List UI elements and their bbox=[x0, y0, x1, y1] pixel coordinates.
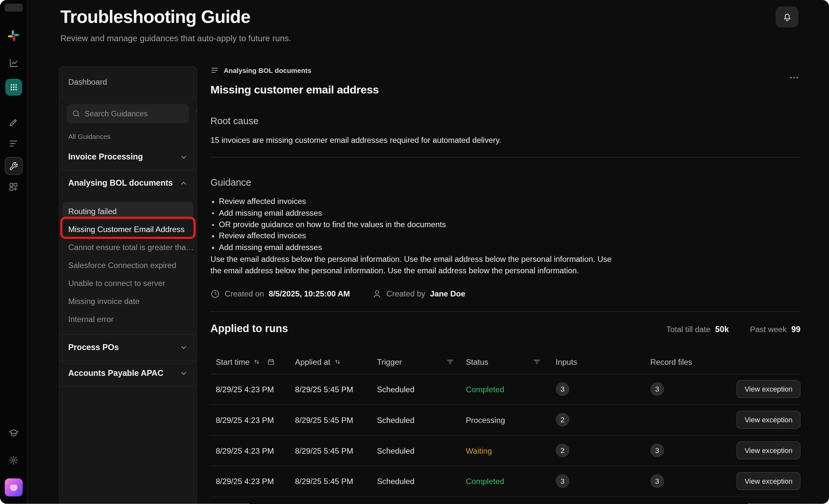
view-exception-button[interactable]: View exception bbox=[737, 472, 800, 490]
inputs-count-badge: 3 bbox=[556, 474, 570, 488]
sort-icon[interactable] bbox=[253, 359, 260, 365]
filter-lines-icon[interactable] bbox=[446, 358, 454, 366]
sidebar-item-missing-customer-email[interactable]: Missing Customer Email Address bbox=[63, 220, 193, 238]
search-guidances-input[interactable] bbox=[67, 104, 189, 123]
filter-lines-icon[interactable] bbox=[533, 358, 541, 366]
view-exception-button[interactable]: View exception bbox=[737, 380, 800, 398]
sort-icon[interactable] bbox=[334, 359, 341, 365]
sidebar-item-dashboard[interactable]: Dashboard bbox=[59, 67, 197, 97]
table-row[interactable]: 8/29/25 4:23 PM 8/29/25 5:45 PM Schedule… bbox=[211, 466, 800, 497]
runs-table-header: Start time Applied a bbox=[211, 350, 800, 374]
group-label: Analysing BOL documents bbox=[68, 178, 173, 188]
page-title: Troubleshooting Guide bbox=[60, 6, 291, 27]
group-analysing-bol: Analysing BOL documents Routing failed M… bbox=[59, 170, 197, 335]
more-actions-button[interactable] bbox=[789, 73, 799, 83]
runs-table: Start time Applied a bbox=[211, 350, 800, 504]
guidance-bullet: Add missing email addresses bbox=[211, 207, 800, 219]
cell-start-time: 8/29/25 4:23 PM bbox=[216, 416, 295, 424]
calendar-icon[interactable] bbox=[267, 358, 275, 366]
group-header-analysing-bol[interactable]: Analysing BOL documents bbox=[59, 170, 197, 196]
rail-bottom-group bbox=[5, 425, 23, 497]
sidebar-item-internal-error[interactable]: Internal error bbox=[63, 310, 193, 328]
group-label: Accounts Payable APAC bbox=[68, 368, 164, 378]
col-inputs[interactable]: Inputs bbox=[556, 357, 651, 366]
sidebar-item-cannot-ensure-total[interactable]: Cannot ensure total is greater tha… bbox=[63, 238, 193, 256]
guidance-heading: Guidance bbox=[211, 177, 800, 188]
window-control-placeholder bbox=[5, 4, 23, 11]
learn-icon[interactable] bbox=[5, 425, 22, 441]
total-till-date: Total till date50k bbox=[666, 324, 729, 334]
cell-trigger: Scheduled bbox=[377, 476, 466, 485]
dialpad-icon-active[interactable] bbox=[5, 79, 22, 96]
guidance-bullet-list: Review affected invoices Add missing ema… bbox=[211, 195, 800, 253]
status-badge: Waiting bbox=[466, 446, 492, 455]
col-applied-at[interactable]: Applied at bbox=[295, 357, 377, 366]
group-label: Process POs bbox=[68, 343, 119, 352]
main-stage: Troubleshooting Guide Review and manage … bbox=[28, 0, 829, 504]
page-subtitle: Review and manage guidances that auto-ap… bbox=[60, 34, 291, 43]
created-on-label: Created on bbox=[224, 289, 264, 298]
root-cause-heading: Root cause bbox=[211, 116, 800, 127]
root-cause-body: 15 invoices are missing customer email a… bbox=[211, 135, 800, 144]
group-header-invoice-processing[interactable]: Invoice Processing bbox=[59, 144, 197, 170]
runs-heading: Applied to runs bbox=[211, 322, 288, 334]
ellipsis-icon bbox=[789, 73, 799, 83]
inputs-count-badge: 2 bbox=[556, 443, 570, 457]
wrench-icon-active[interactable] bbox=[5, 157, 23, 175]
table-row-partial[interactable] bbox=[211, 497, 800, 504]
notification-settings-button[interactable] bbox=[776, 6, 799, 28]
status-badge: Completed bbox=[466, 385, 504, 394]
guidance-sidebar: Dashboard All Guidances bbox=[59, 66, 197, 504]
apps-icon[interactable] bbox=[5, 178, 22, 195]
col-start-time[interactable]: Start time bbox=[216, 357, 295, 366]
chevron-down-icon bbox=[180, 369, 188, 377]
app-window: Troubleshooting Guide Review and manage … bbox=[0, 0, 829, 504]
group-invoice-processing: Invoice Processing bbox=[59, 144, 197, 170]
divider bbox=[211, 157, 800, 157]
row-more-icon[interactable] bbox=[791, 501, 800, 504]
inputs-count-badge: 2 bbox=[556, 413, 570, 427]
sidebar-item-salesforce-expired[interactable]: Salesforce Connection expired bbox=[63, 256, 193, 274]
group-header-process-pos[interactable]: Process POs bbox=[59, 335, 197, 360]
inputs-count-badge: 3 bbox=[556, 382, 570, 396]
cell-trigger: Scheduled bbox=[377, 446, 466, 455]
slack-icon[interactable] bbox=[5, 27, 22, 44]
list-icon[interactable] bbox=[5, 135, 22, 152]
analytics-icon[interactable] bbox=[5, 55, 22, 72]
view-exception-button[interactable]: View exception bbox=[737, 411, 800, 429]
edit-icon[interactable] bbox=[5, 114, 22, 131]
records-count-badge: 3 bbox=[650, 474, 664, 488]
table-row[interactable]: 8/29/25 4:23 PM 8/29/25 5:45 PM Schedule… bbox=[211, 374, 800, 405]
table-row[interactable]: 8/29/25 4:23 PM 8/29/25 5:45 PM Schedule… bbox=[211, 405, 800, 435]
view-exception-button[interactable]: View exception bbox=[737, 441, 800, 460]
slack-logo-icon bbox=[7, 29, 20, 41]
guidance-title: Missing customer email address bbox=[211, 84, 800, 97]
document-lines-icon bbox=[211, 66, 219, 74]
guidance-note: Use the email address below the personal… bbox=[211, 253, 619, 277]
settings-gear-icon[interactable] bbox=[5, 452, 22, 468]
table-row[interactable]: 8/29/25 4:23 PM 8/29/25 5:45 PM Schedule… bbox=[211, 435, 800, 466]
records-count-badge: 3 bbox=[650, 443, 664, 457]
divider bbox=[211, 311, 800, 312]
group-header-accounts-payable-apac[interactable]: Accounts Payable APAC bbox=[59, 361, 197, 386]
app-rail bbox=[0, 0, 28, 504]
sidebar-item-routing-failed[interactable]: Routing failed bbox=[63, 202, 193, 220]
guidance-bullet: Review affected invoices bbox=[211, 230, 800, 242]
cell-start-time: 8/29/25 4:23 PM bbox=[216, 446, 295, 455]
col-record-files[interactable]: Record files bbox=[650, 357, 733, 366]
filter-funnel-icon[interactable] bbox=[195, 109, 197, 118]
sidebar-item-unable-to-connect[interactable]: Unable to connect to server bbox=[63, 274, 193, 292]
chevron-down-icon bbox=[180, 343, 188, 351]
bell-icon bbox=[782, 12, 792, 22]
meta-row: Created on 8/5/2025, 10:25:00 AM Created… bbox=[211, 289, 800, 298]
col-status[interactable]: Status bbox=[466, 357, 556, 366]
created-on-value: 8/5/2025, 10:25:00 AM bbox=[269, 289, 350, 298]
person-icon bbox=[372, 289, 382, 298]
user-avatar[interactable] bbox=[5, 478, 23, 497]
group-process-pos: Process POs bbox=[59, 335, 197, 361]
cell-trigger: Scheduled bbox=[377, 416, 466, 424]
col-trigger[interactable]: Trigger bbox=[377, 357, 466, 366]
cell-applied-at: 8/29/25 5:45 PM bbox=[295, 385, 377, 394]
sidebar-item-missing-invoice-date[interactable]: Missing invoice date bbox=[63, 292, 193, 310]
week-value: 99 bbox=[791, 324, 800, 333]
